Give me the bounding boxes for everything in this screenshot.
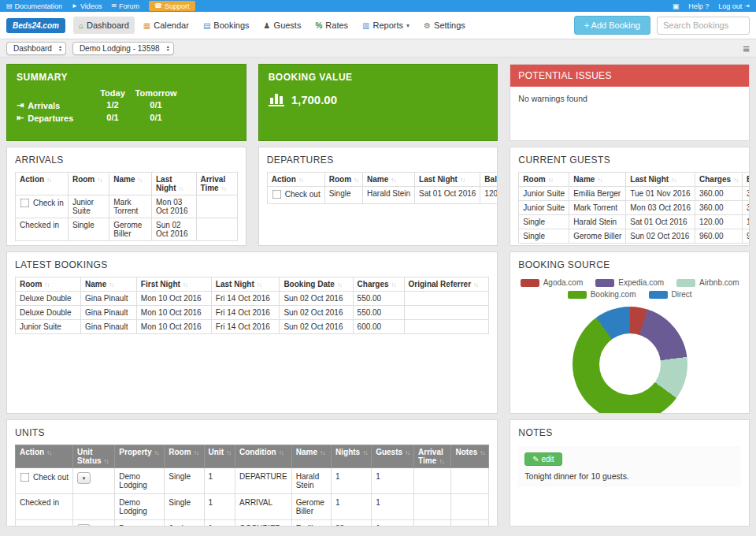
column-header[interactable]: Action↑↓: [16, 173, 69, 195]
plus-icon: +: [584, 20, 589, 30]
column-header[interactable]: Last Night↑↓: [415, 173, 480, 187]
legend-label: Booking.com: [591, 290, 636, 299]
column-header-label: Action: [20, 175, 44, 184]
column-header[interactable]: Name↑↓: [363, 173, 415, 187]
dashboard-view-select[interactable]: Dashboard▲▼: [6, 42, 66, 55]
column-header-label: Unit: [209, 448, 224, 456]
table-cell: [451, 520, 489, 527]
nav-item-dashboard[interactable]: ⌂Dashboard: [73, 17, 135, 34]
monitor-icon[interactable]: ▣: [673, 2, 680, 10]
column-header[interactable]: Charges↑↓: [353, 277, 404, 292]
nav-item-reports[interactable]: ▥Reports▾: [357, 17, 415, 34]
action-checkbox[interactable]: [272, 190, 281, 199]
column-header[interactable]: Room↑↓: [519, 173, 569, 187]
table-cell: 360.00: [695, 187, 743, 201]
legend-label: Direct: [672, 290, 692, 299]
column-header[interactable]: First Night↑↓: [136, 277, 211, 292]
column-header[interactable]: Balance↑↓: [743, 173, 750, 187]
column-header[interactable]: Room↑↓: [16, 277, 81, 292]
column-header[interactable]: Last Night↑↓: [151, 173, 196, 195]
add-booking-button[interactable]: + Add Booking: [574, 16, 650, 35]
edit-note-button[interactable]: ✎ edit: [524, 452, 561, 466]
nav-label: Guests: [274, 20, 302, 30]
column-header[interactable]: Unit Status↑↓: [73, 445, 115, 468]
column-header[interactable]: Unit↑↓: [204, 445, 235, 468]
nav-item-calendar[interactable]: ▦Calendar: [138, 17, 195, 34]
column-header[interactable]: Arrival Time↑↓: [196, 173, 237, 195]
table-cell: Sun 02 Oct 2016: [280, 306, 353, 320]
nav-item-guests[interactable]: ♟Guests: [258, 17, 307, 34]
column-header-label: Action: [20, 448, 44, 456]
column-header[interactable]: Nights↑↓: [332, 445, 372, 468]
sort-icon: ↑↓: [405, 449, 410, 456]
column-header[interactable]: Room↑↓: [68, 173, 109, 195]
legend-swatch: [521, 279, 539, 287]
nav-item-rates[interactable]: %Rates: [309, 17, 354, 34]
help-link[interactable]: Help ?: [688, 2, 709, 10]
column-header[interactable]: Arrival Time↑↓: [414, 445, 451, 468]
menu-icon[interactable]: ≡: [743, 42, 750, 55]
action-checkbox[interactable]: [20, 199, 30, 208]
table-cell: 1: [204, 494, 235, 520]
column-header[interactable]: Name↑↓: [291, 445, 331, 468]
top-utility-bar: ▤Documentation ►Videos ✉Forum ☎Support ▣…: [0, 0, 756, 12]
table-cell: Sun 02 Oct 2016: [626, 229, 695, 244]
column-header-label: Guests: [376, 448, 402, 456]
documentation-link[interactable]: ▤Documentation: [6, 2, 62, 10]
property-select[interactable]: Demo Lodging - 13598▲▼: [72, 42, 174, 55]
potential-issues-message: No warnings found: [510, 87, 749, 110]
column-header[interactable]: Name↑↓: [569, 173, 626, 187]
logout-link[interactable]: Log out⇥: [718, 2, 750, 10]
nav-item-bookings[interactable]: ▤Bookings: [198, 17, 255, 34]
column-header[interactable]: Action↑↓: [16, 445, 73, 468]
table-cell: [451, 468, 489, 494]
legend-swatch: [568, 291, 587, 299]
action-checkbox[interactable]: [20, 473, 30, 482]
nav-item-settings[interactable]: ⚙Settings: [418, 17, 471, 34]
column-header[interactable]: Last Night↑↓: [626, 173, 695, 187]
videos-link[interactable]: ►Videos: [72, 2, 102, 10]
column-header[interactable]: Original Referrer↑↓: [404, 277, 489, 292]
action-checkbox-label[interactable]: Check out: [20, 472, 69, 482]
column-header[interactable]: Room↑↓: [324, 173, 362, 187]
column-header-label: Charges: [358, 280, 389, 288]
main-navigation: Beds24.com ⌂Dashboard ▦Calendar ▤Booking…: [0, 12, 756, 39]
column-header[interactable]: Property↑↓: [115, 445, 165, 468]
beds24-logo[interactable]: Beds24.com: [6, 18, 65, 33]
legend-label: Agoda.com: [543, 278, 584, 287]
action-checkbox-label[interactable]: Check out: [272, 189, 321, 199]
arrival-icon: ⇥: [17, 100, 24, 110]
unit-status-dropdown[interactable]: ▾: [77, 524, 91, 527]
action-checkbox-label[interactable]: Check in: [20, 198, 64, 208]
support-link[interactable]: ☎Support: [149, 1, 195, 11]
column-header-label: Condition: [239, 448, 276, 456]
table-cell: Mon 03 Oct 2016: [626, 201, 695, 215]
column-header[interactable]: Notes↑↓: [451, 445, 489, 468]
column-header[interactable]: Booking Date↑↓: [280, 277, 353, 292]
column-header[interactable]: Room↑↓: [165, 445, 204, 468]
unit-status-dropdown[interactable]: ▾: [77, 472, 91, 484]
nav-label: Bookings: [213, 20, 249, 30]
table-cell: Demo Lodging: [115, 520, 165, 527]
column-header[interactable]: Last Night↑↓: [211, 277, 280, 292]
summary-panel: SUMMARY Today Tomorrow ⇥Arrivals 1/2 0/1…: [6, 64, 246, 141]
sort-icon: ↑↓: [354, 177, 358, 184]
column-header[interactable]: Name↑↓: [109, 173, 152, 195]
latest-bookings-title: LATEST BOOKINGS: [7, 252, 497, 274]
table-cell: Checked in: [16, 494, 73, 520]
table-cell: Single: [68, 218, 109, 241]
column-header[interactable]: Action↑↓: [267, 173, 324, 187]
column-header[interactable]: Condition↑↓: [235, 445, 291, 468]
column-header[interactable]: Balance↑↓: [480, 173, 498, 187]
table-cell: 1: [372, 494, 414, 520]
table-cell: 960.00: [695, 229, 743, 244]
forum-link[interactable]: ✉Forum: [111, 2, 139, 10]
column-header-label: Balance: [747, 175, 750, 184]
column-header[interactable]: Guests↑↓: [372, 445, 414, 468]
table-cell: [404, 306, 489, 320]
table-cell: Mon 03 Oct 2016: [151, 195, 196, 218]
summary-title: SUMMARY: [17, 72, 236, 83]
column-header[interactable]: Charges↑↓: [695, 173, 743, 187]
search-bookings-input[interactable]: [657, 17, 750, 35]
column-header[interactable]: Name↑↓: [80, 277, 136, 292]
